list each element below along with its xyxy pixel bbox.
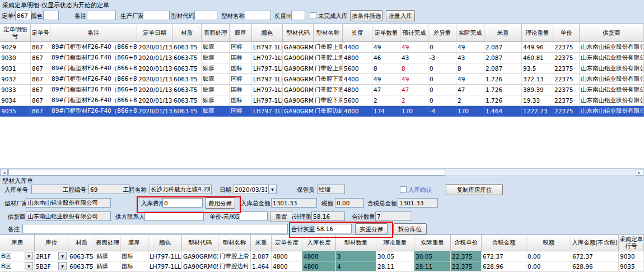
tax-inclusive-total-input[interactable] (398, 198, 438, 208)
column-header[interactable]: 差异量 (428, 24, 456, 42)
column-header[interactable]: 型材代码 (283, 24, 314, 42)
column-header[interactable]: 材质 (68, 235, 95, 251)
column-header[interactable]: 型材代码 (182, 235, 218, 251)
column-header[interactable]: 实际重量 (414, 235, 451, 251)
column-header[interactable]: 库房 (0, 235, 35, 251)
cell: 28.11 (376, 261, 414, 272)
column-header[interactable]: 定单长度 (272, 235, 302, 251)
table-row[interactable]: 903086789#门框型材F26-F40（866+867）2020/01/13… (0, 53, 644, 63)
filter-input[interactable] (15, 11, 32, 20)
remark-input[interactable] (22, 224, 288, 233)
reset-button[interactable]: 重置 (270, 211, 292, 222)
filter-input[interactable] (43, 11, 59, 20)
column-header[interactable]: 膜厚 (120, 235, 148, 251)
column-header[interactable]: 入库金额(不含税) (571, 235, 619, 251)
total-actual-weight-input[interactable] (315, 224, 352, 233)
supplier-contact-input[interactable] (144, 211, 204, 221)
table-row[interactable]: 903486789#门框型材F26-F40（866+867）2020/01/13… (0, 95, 644, 106)
column-header[interactable]: 理论重量 (522, 24, 553, 42)
copy-warehouse-location-button[interactable]: 复制库房库位 (446, 184, 503, 195)
column-header[interactable]: 定单日期 (137, 24, 172, 42)
column-header[interactable]: 税额 (526, 235, 571, 251)
table-row[interactable]: 902986789#门框型材F26-F40（866+867）2020/01/13… (0, 42, 644, 53)
table-row[interactable]: B区▼2R1F▼6063-T5贴膜国标LH797-1LL0GA90GRM03门带… (0, 251, 644, 261)
filter-input[interactable] (291, 11, 305, 20)
filter-input[interactable] (245, 11, 271, 20)
column-header[interactable]: 单价 (553, 24, 580, 42)
column-header[interactable]: 定单号 (31, 24, 50, 42)
column-header[interactable]: 型材名称 (314, 24, 343, 42)
inbound-fee-input[interactable] (162, 198, 203, 208)
column-header[interactable]: 理论重量 (376, 235, 414, 251)
column-header[interactable]: 型材数量 (336, 235, 376, 251)
column-header[interactable]: 材质 (172, 24, 202, 42)
tax-amount-input[interactable] (335, 198, 364, 208)
table-row[interactable]: 903186789#门框型材F26-F40（866+867）2020/01/13… (0, 63, 644, 74)
actual-weight-share-button[interactable]: 实重分摊 (355, 223, 388, 234)
cell: LH797-1LL0 (252, 74, 283, 85)
column-header[interactable]: 表面处理 (95, 235, 120, 251)
table-row[interactable]: 903586789#门框型材F26-F40（866+867）2020/01/13… (0, 106, 644, 117)
app-window: 采购定单明细-仅显示状态为开始的定单 定单号颜色备注生产厂家型材代码型材名称长度… (0, 0, 644, 276)
scroll-right-icon[interactable]: ► (636, 169, 643, 176)
table-row[interactable]: 903386789#门框型材F26-F40（866+867）2020/01/13… (0, 85, 644, 95)
total-theory-weight-input[interactable] (311, 211, 345, 221)
column-header[interactable]: 定单数量 (372, 24, 400, 42)
column-header[interactable]: 含税单价 (451, 235, 482, 251)
inbound-form: 入库单号工程编号工程名称日期▼保管员型材厂家入库费用入库总金额税额含税总金额供货… (0, 183, 644, 234)
total-count-input[interactable] (375, 211, 412, 221)
unfinished-checkbox[interactable] (310, 12, 316, 19)
column-header[interactable]: 入库长度 (302, 235, 336, 251)
table-row[interactable]: 903286789#门框型材F26-F40（866+867）2020/01/13… (0, 74, 644, 85)
date-field-input[interactable] (233, 185, 269, 194)
split-location-button[interactable]: 拆分库位 (393, 223, 427, 234)
cell: 国标 (230, 74, 252, 85)
inbound-confirm-checkbox[interactable] (400, 186, 407, 193)
column-header[interactable]: 实际完成 (456, 24, 484, 42)
cell: B区▼ (0, 251, 35, 261)
order-table-hscrollbar[interactable]: ◄ ► (0, 168, 644, 176)
inbound-total-amount-input[interactable] (271, 198, 317, 208)
column-header[interactable]: 颜色 (252, 24, 283, 42)
column-header[interactable]: 采购定单行号 (619, 235, 644, 251)
column-header[interactable]: 预计完成 (400, 24, 428, 42)
project-name-input[interactable] (149, 185, 212, 194)
column-header[interactable]: 含税金额 (482, 235, 526, 251)
profile-factory-input[interactable] (26, 198, 111, 208)
cell: 0 (428, 42, 456, 53)
cell: 449.96 (522, 42, 553, 53)
cell: -4 (428, 106, 456, 117)
cell: 贴膜 (202, 74, 230, 85)
column-header[interactable]: 型材名称 (218, 235, 251, 251)
unit-price-input[interactable] (240, 211, 268, 221)
combo-dropdown-icon[interactable]: ▼ (25, 252, 33, 260)
filter-input[interactable] (87, 11, 116, 20)
column-header[interactable]: 米重 (251, 235, 272, 251)
column-header[interactable]: 表面处理 (202, 24, 230, 42)
column-header[interactable]: 颜色 (148, 235, 182, 251)
column-header[interactable]: 供货商 (580, 24, 644, 42)
column-header[interactable]: 备注 (50, 24, 137, 42)
keeper-input[interactable] (317, 185, 345, 194)
cell: 0 (428, 63, 456, 74)
fee-share-button[interactable]: 费用分摊 (205, 197, 235, 209)
column-header[interactable]: 膜厚 (230, 24, 252, 42)
filter-input[interactable] (194, 11, 217, 20)
batch-inbound-button[interactable]: 批量入库 (386, 10, 415, 21)
combo-dropdown-icon[interactable]: ▼ (25, 262, 33, 270)
profile-factory-label: 型材厂家 (4, 200, 28, 208)
filter-by-condition-button[interactable]: 按条件筛选 (350, 10, 382, 21)
date-dropdown-button[interactable]: ▼ (268, 185, 277, 194)
scroll-left-icon[interactable]: ◄ (0, 169, 8, 176)
combo-dropdown-icon[interactable]: ▼ (58, 262, 67, 270)
scrollbar-thumb[interactable] (8, 169, 445, 176)
column-header[interactable]: 库位 (35, 235, 68, 251)
combo-dropdown-icon[interactable]: ▼ (58, 252, 67, 260)
column-header[interactable]: 定单明细号 (0, 24, 31, 42)
supplier-input[interactable] (26, 211, 111, 221)
column-header[interactable]: 米重 (484, 24, 522, 42)
unit-price-label: 单价-元/KG (209, 213, 240, 221)
column-header[interactable]: 长度 (343, 24, 372, 42)
filter-input[interactable] (143, 11, 170, 20)
table-row[interactable]: B区▼5B2F▼6063-T5贴膜国标LH797-1LL0GA90GRM05门带… (0, 261, 644, 272)
